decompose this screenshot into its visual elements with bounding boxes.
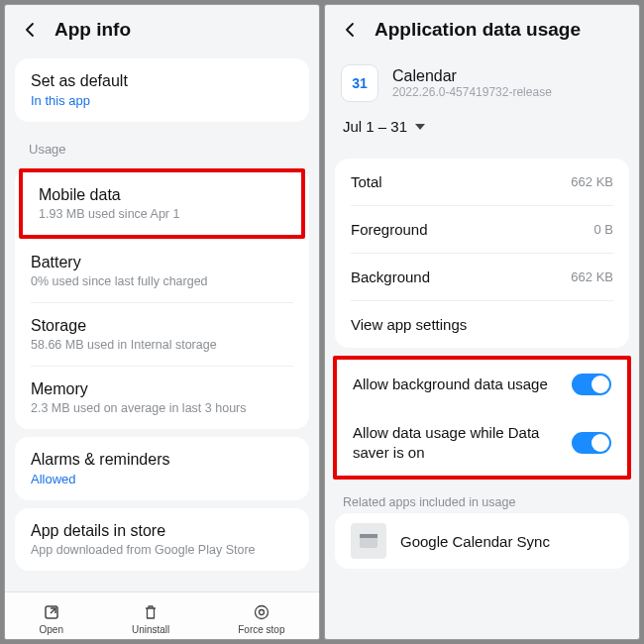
related-apps-label: Related apps included in usage — [325, 485, 639, 513]
app-header: 31 Calendar 2022.26.0-457419732-release — [325, 51, 639, 108]
bottom-toolbar: Open Uninstall Force stop — [5, 591, 319, 639]
battery-title: Battery — [31, 254, 293, 271]
memory-title: Memory — [31, 380, 293, 398]
storage-title: Storage — [31, 317, 293, 335]
set-as-default-row[interactable]: Set as default In this app — [15, 58, 309, 122]
sync-icon — [351, 523, 386, 559]
open-label: Open — [39, 624, 62, 635]
total-value: 662 KB — [571, 174, 613, 189]
scroll-area[interactable]: Set as default In this app Usage Mobile … — [5, 51, 319, 591]
calendar-icon: 31 — [341, 64, 378, 102]
usage-card: Mobile data 1.93 MB used since Apr 1 Bat… — [15, 168, 309, 429]
app-version: 2022.26.0-457419732-release — [392, 85, 552, 99]
allow-datasaver-row[interactable]: Allow data usage while Data saver is on — [337, 409, 627, 476]
allow-datasaver-label: Allow data usage while Data saver is on — [353, 423, 551, 462]
related-app-row[interactable]: Google Calendar Sync — [335, 513, 629, 569]
foreground-value: 0 B — [593, 222, 613, 237]
allow-background-toggle[interactable] — [572, 374, 611, 395]
trash-icon — [141, 602, 161, 622]
allow-background-row[interactable]: Allow background data usage — [337, 360, 627, 409]
foreground-label: Foreground — [351, 221, 428, 238]
calendar-icon-number: 31 — [352, 75, 368, 91]
background-label: Background — [351, 268, 430, 285]
app-details-title: App details in store — [31, 522, 293, 540]
memory-sub: 2.3 MB used on average in last 3 hours — [31, 401, 293, 415]
header: App info — [5, 5, 319, 51]
date-range-dropdown[interactable]: Jul 1 – 31 — [325, 108, 639, 151]
page-title: Application data usage — [375, 19, 581, 41]
view-app-settings-label: View app settings — [351, 316, 467, 333]
right-screen: Application data usage 31 Calendar 2022.… — [324, 4, 640, 640]
open-icon — [42, 602, 61, 622]
chevron-down-icon — [415, 124, 425, 130]
date-range-label: Jul 1 – 31 — [343, 118, 407, 135]
svg-point-2 — [259, 610, 264, 615]
mobile-data-title: Mobile data — [39, 186, 285, 204]
uninstall-label: Uninstall — [132, 624, 169, 635]
allow-datasaver-toggle[interactable] — [572, 432, 611, 454]
set-as-default-title: Set as default — [31, 72, 293, 90]
related-app-name: Google Calendar Sync — [400, 533, 550, 550]
total-label: Total — [351, 173, 382, 190]
back-icon[interactable] — [19, 19, 41, 41]
set-as-default-sub: In this app — [31, 93, 293, 108]
total-row: Total 662 KB — [335, 159, 629, 205]
scroll-area[interactable]: 31 Calendar 2022.26.0-457419732-release … — [325, 51, 639, 639]
allow-background-label: Allow background data usage — [353, 375, 548, 394]
background-value: 662 KB — [571, 269, 613, 284]
left-screen: App info Set as default In this app Usag… — [4, 4, 320, 640]
memory-row[interactable]: Memory 2.3 MB used on average in last 3 … — [15, 367, 309, 429]
app-details-sub: App downloaded from Google Play Store — [31, 543, 293, 557]
background-row: Background 662 KB — [335, 254, 629, 300]
alarms-sub: Allowed — [31, 472, 293, 486]
force-stop-icon — [252, 602, 271, 622]
storage-sub: 58.66 MB used in Internal storage — [31, 338, 293, 352]
back-icon[interactable] — [339, 19, 361, 41]
open-button[interactable]: Open — [39, 602, 62, 635]
foreground-row: Foreground 0 B — [335, 206, 629, 253]
alarms-title: Alarms & reminders — [31, 451, 293, 469]
page-title: App info — [54, 19, 131, 41]
header: Application data usage — [325, 5, 639, 51]
storage-row[interactable]: Storage 58.66 MB used in Internal storag… — [15, 303, 309, 366]
view-app-settings-row[interactable]: View app settings — [335, 301, 629, 348]
svg-point-1 — [255, 606, 268, 619]
app-name: Calendar — [392, 67, 552, 85]
alarms-row[interactable]: Alarms & reminders Allowed — [15, 437, 309, 500]
force-stop-button[interactable]: Force stop — [238, 602, 284, 635]
uninstall-button[interactable]: Uninstall — [132, 602, 169, 635]
battery-row[interactable]: Battery 0% used since last fully charged — [15, 240, 309, 302]
mobile-data-sub: 1.93 MB used since Apr 1 — [39, 207, 285, 221]
force-stop-label: Force stop — [238, 624, 284, 635]
app-details-row[interactable]: App details in store App downloaded from… — [15, 508, 309, 571]
mobile-data-row[interactable]: Mobile data 1.93 MB used since Apr 1 — [23, 172, 301, 235]
usage-stats-card: Total 662 KB Foreground 0 B Background 6… — [335, 159, 629, 348]
battery-sub: 0% used since last fully charged — [31, 274, 293, 288]
usage-section-label: Usage — [5, 130, 319, 161]
svg-rect-4 — [360, 534, 377, 538]
